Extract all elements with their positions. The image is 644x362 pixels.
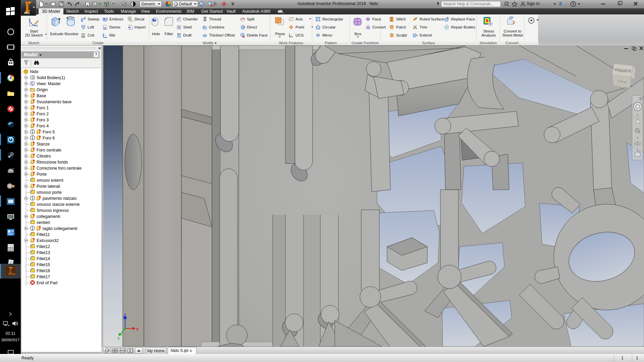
svg-text:?: ?: [572, 2, 575, 6]
svg-text:X: X: [136, 327, 139, 331]
svg-text:Y: Y: [117, 337, 120, 341]
svg-text:E: E: [104, 17, 106, 21]
svg-text:FFE: FFE: [11, 273, 15, 275]
svg-text:PRO: PRO: [24, 12, 30, 15]
svg-text:Z: Z: [124, 314, 126, 317]
